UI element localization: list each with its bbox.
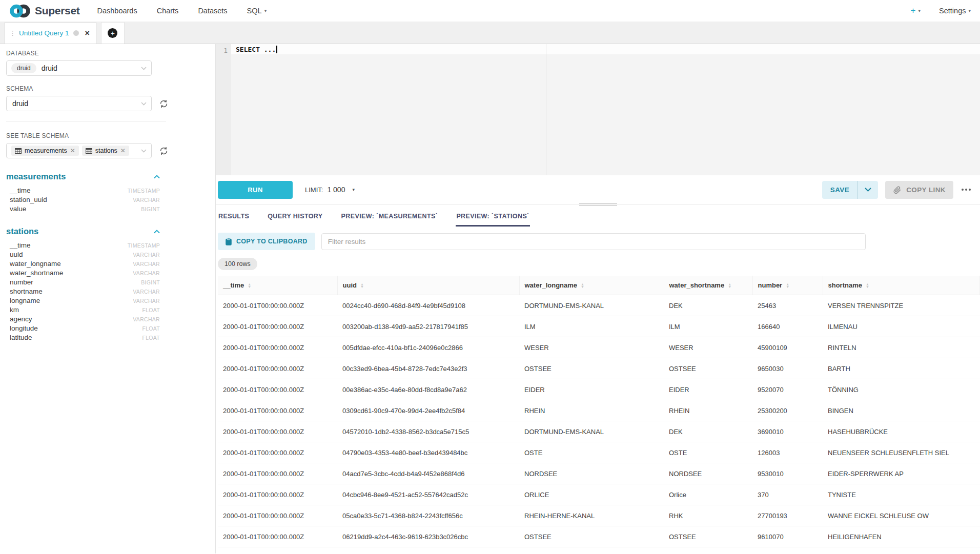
navbar: Superset Dashboards Charts Datasets SQL▾… (0, 0, 980, 22)
tab-preview-stations[interactable]: PREVIEW: `STATIONS` (456, 211, 529, 227)
nav-item-datasets[interactable]: Datasets (198, 7, 227, 15)
drag-grip-icon[interactable]: ⋮ (9, 29, 15, 37)
save-split-button[interactable]: SAVE (822, 181, 878, 199)
limit-label: LIMIT: (305, 186, 323, 194)
column-header[interactable]: number ▲▼ (752, 276, 823, 295)
save-chevron-down-icon[interactable] (858, 188, 878, 192)
cell-uuid: 00c33ed9-6bea-45b4-8728-7edc7e43e2f3 (337, 358, 519, 379)
superset-logo[interactable]: Superset (9, 4, 79, 18)
cell-uuid: 06219dd9-a2c4-463c-9619-623b3c026cbc (337, 526, 519, 547)
cell-time: 2000-01-01T00:00:00.000Z (218, 358, 337, 379)
cell-water-shortname: Orlice (664, 484, 752, 505)
nav-item-charts[interactable]: Charts (157, 7, 179, 15)
line-number: 1 (216, 46, 228, 55)
schema-column-row: uuid VARCHAR (6, 250, 160, 259)
refresh-tables-icon[interactable] (159, 146, 169, 156)
cell-uuid: 05ca0e33-5c71-4368-b824-2243fcff656c (337, 505, 519, 526)
cell-number: 370 (752, 484, 823, 505)
tab-query-history[interactable]: QUERY HISTORY (267, 211, 323, 227)
table-tag-stations[interactable]: stations ✕ (82, 146, 129, 156)
column-header[interactable]: __time ▲▼ (218, 276, 337, 295)
schema-select[interactable]: druid (6, 96, 152, 111)
cell-number: 126003 (752, 442, 823, 463)
column-header[interactable]: water_shortname ▲▼ (664, 276, 752, 295)
more-options-button[interactable] (961, 186, 972, 194)
schema-column-row: __time TIMESTAMP (6, 240, 160, 250)
remove-tag-icon[interactable]: ✕ (120, 147, 126, 154)
cell-time: 2000-01-01T00:00:00.000Z (218, 379, 337, 400)
sql-editor[interactable]: 1 SELECT ... (216, 44, 980, 175)
table-row: 2000-01-01T00:00:00.000Z 04cbc946-8ee9-4… (218, 484, 980, 505)
brand-name: Superset (35, 5, 79, 17)
cell-shortname: VERSEN TRENNSPITZE (823, 295, 980, 316)
table-schema-label: SEE TABLE SCHEMA (6, 132, 160, 139)
sort-icon[interactable]: ▲▼ (728, 283, 731, 288)
query-tab-untitled[interactable]: ⋮ Untitled Query 1 × (5, 22, 96, 44)
cell-time: 2000-01-01T00:00:00.000Z (218, 505, 337, 526)
cell-number: 27700193 (752, 505, 823, 526)
table-schema-measurements: measurements __time TIMESTAMP station_uu… (6, 172, 160, 213)
remove-tag-icon[interactable]: ✕ (70, 147, 75, 154)
sort-icon[interactable]: ▲▼ (248, 283, 251, 288)
copy-link-button[interactable]: COPY LINK (885, 181, 953, 199)
collapse-chevron-up-icon[interactable] (154, 230, 160, 234)
chevron-down-icon (141, 149, 147, 153)
cell-water-shortname: RHK (664, 505, 752, 526)
collapse-chevron-up-icon[interactable] (154, 175, 160, 179)
cell-water-shortname: NORDSEE (664, 463, 752, 484)
filter-results-input[interactable] (321, 233, 866, 250)
table-row: 2000-01-01T00:00:00.000Z 06219dd9-a2c4-4… (218, 526, 980, 547)
cell-water-longname: EIDER (519, 379, 664, 400)
column-header[interactable]: shortname ▲▼ (823, 276, 980, 295)
cell-water-longname: DORTMUND-EMS-KANAL (519, 295, 664, 316)
cell-uuid: 005dfdae-efcc-410a-bf1c-24096e0c2866 (337, 337, 519, 358)
cell-shortname: NEUENSEER SCHLEUSENFLETH SIEL (823, 442, 980, 463)
chevron-down-icon: ▾ (918, 8, 921, 13)
limit-value: 1 000 (327, 186, 345, 194)
database-select[interactable]: druid druid (6, 60, 152, 76)
new-item-button[interactable]: +▾ (911, 6, 921, 16)
results-table-header: __time ▲▼ uuid ▲▼ (218, 276, 980, 295)
new-query-tab-button[interactable]: + (101, 22, 125, 44)
cell-water-shortname: DEK (664, 421, 752, 442)
table-tag-measurements[interactable]: measurements ✕ (11, 146, 79, 156)
schema-column-row: latitude FLOAT (6, 333, 160, 342)
copy-to-clipboard-button[interactable]: COPY TO CLIPBOARD (218, 233, 315, 250)
run-button[interactable]: RUN (218, 181, 293, 199)
cell-time: 2000-01-01T00:00:00.000Z (218, 442, 337, 463)
schema-column-row: agency VARCHAR (6, 314, 160, 323)
close-tab-icon[interactable]: × (85, 29, 90, 37)
table-row: 2000-01-01T00:00:00.000Z 0024cc40-d690-4… (218, 295, 980, 316)
table-row: 2000-01-01T00:00:00.000Z 003200ab-d138-4… (218, 316, 980, 337)
table-name: stations (6, 227, 38, 236)
cell-shortname: WANNE EICKEL SCHLEUSE OW (823, 505, 980, 526)
nav-item-sql[interactable]: SQL▾ (247, 7, 267, 15)
sort-icon[interactable]: ▲▼ (866, 283, 869, 288)
table-name: measurements (6, 172, 66, 181)
sort-icon[interactable]: ▲▼ (360, 283, 364, 288)
nav-item-dashboards[interactable]: Dashboards (97, 7, 137, 15)
results-pane: RESULTS QUERY HISTORY PREVIEW: `MEASUREM… (216, 204, 980, 553)
save-button[interactable]: SAVE (822, 186, 858, 194)
paperclip-icon (893, 186, 902, 194)
main-nav: Dashboards Charts Datasets SQL▾ (97, 7, 267, 15)
editor-toolbar: RUN LIMIT: 1 000 ▾ SAVE (216, 175, 980, 204)
sort-icon[interactable]: ▲▼ (581, 283, 584, 288)
column-header[interactable]: uuid ▲▼ (337, 276, 519, 295)
cell-number: 45900109 (752, 337, 823, 358)
clipboard-icon (226, 238, 232, 245)
limit-dropdown[interactable]: LIMIT: 1 000 ▾ (305, 186, 355, 194)
pane-resize-handle[interactable] (579, 202, 617, 207)
query-tabbar: ⋮ Untitled Query 1 × + (0, 22, 980, 44)
column-header[interactable]: water_longname ▲▼ (519, 276, 664, 295)
tab-preview-measurements[interactable]: PREVIEW: `MEASUREMENTS` (341, 211, 439, 227)
cell-shortname: ILMENAU (823, 316, 980, 337)
table-row: 2000-01-01T00:00:00.000Z 005dfdae-efcc-4… (218, 337, 980, 358)
sidebar-divider (6, 121, 166, 122)
cell-water-longname: ILM (519, 316, 664, 337)
refresh-schemas-icon[interactable] (159, 99, 169, 109)
settings-menu[interactable]: Settings▾ (939, 7, 971, 15)
tab-results[interactable]: RESULTS (218, 211, 250, 227)
sort-icon[interactable]: ▲▼ (786, 283, 789, 288)
table-multiselect[interactable]: measurements ✕ stations ✕ (6, 143, 152, 158)
